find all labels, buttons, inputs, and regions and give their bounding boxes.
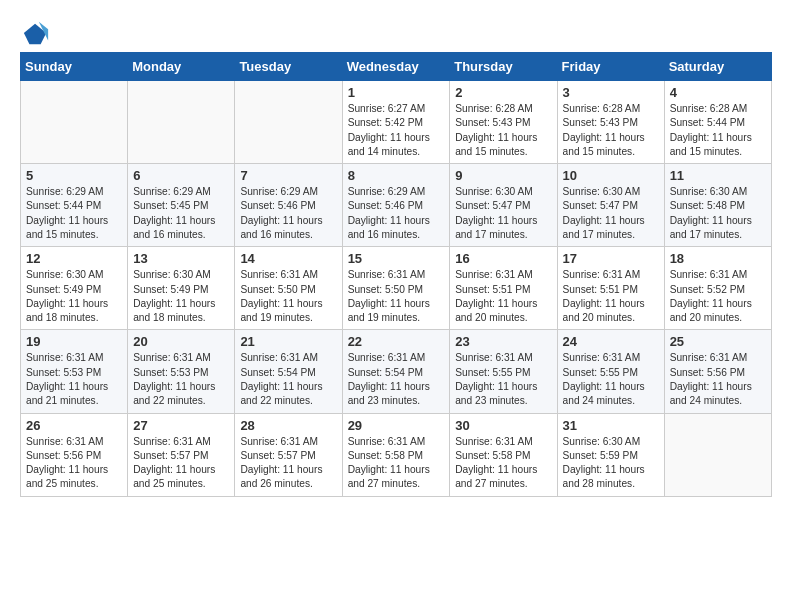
day-number: 4	[670, 85, 766, 100]
day-info: Sunrise: 6:30 AM Sunset: 5:47 PM Dayligh…	[455, 185, 551, 242]
weekday-header-thursday: Thursday	[450, 53, 557, 81]
day-info: Sunrise: 6:28 AM Sunset: 5:44 PM Dayligh…	[670, 102, 766, 159]
day-info: Sunrise: 6:30 AM Sunset: 5:59 PM Dayligh…	[563, 435, 659, 492]
day-info: Sunrise: 6:31 AM Sunset: 5:56 PM Dayligh…	[26, 435, 122, 492]
weekday-header-monday: Monday	[128, 53, 235, 81]
day-info: Sunrise: 6:28 AM Sunset: 5:43 PM Dayligh…	[563, 102, 659, 159]
calendar-cell: 9Sunrise: 6:30 AM Sunset: 5:47 PM Daylig…	[450, 164, 557, 247]
day-info: Sunrise: 6:30 AM Sunset: 5:49 PM Dayligh…	[133, 268, 229, 325]
calendar-cell: 31Sunrise: 6:30 AM Sunset: 5:59 PM Dayli…	[557, 413, 664, 496]
calendar-cell: 12Sunrise: 6:30 AM Sunset: 5:49 PM Dayli…	[21, 247, 128, 330]
day-number: 13	[133, 251, 229, 266]
calendar-cell: 8Sunrise: 6:29 AM Sunset: 5:46 PM Daylig…	[342, 164, 450, 247]
calendar-cell: 19Sunrise: 6:31 AM Sunset: 5:53 PM Dayli…	[21, 330, 128, 413]
calendar-cell: 10Sunrise: 6:30 AM Sunset: 5:47 PM Dayli…	[557, 164, 664, 247]
logo-icon	[22, 20, 50, 48]
weekday-header-friday: Friday	[557, 53, 664, 81]
day-number: 16	[455, 251, 551, 266]
day-number: 31	[563, 418, 659, 433]
day-number: 15	[348, 251, 445, 266]
day-number: 24	[563, 334, 659, 349]
calendar-cell: 13Sunrise: 6:30 AM Sunset: 5:49 PM Dayli…	[128, 247, 235, 330]
calendar-cell: 6Sunrise: 6:29 AM Sunset: 5:45 PM Daylig…	[128, 164, 235, 247]
day-number: 20	[133, 334, 229, 349]
calendar-cell: 28Sunrise: 6:31 AM Sunset: 5:57 PM Dayli…	[235, 413, 342, 496]
day-number: 2	[455, 85, 551, 100]
day-number: 30	[455, 418, 551, 433]
calendar-cell: 17Sunrise: 6:31 AM Sunset: 5:51 PM Dayli…	[557, 247, 664, 330]
day-info: Sunrise: 6:28 AM Sunset: 5:43 PM Dayligh…	[455, 102, 551, 159]
calendar-cell: 29Sunrise: 6:31 AM Sunset: 5:58 PM Dayli…	[342, 413, 450, 496]
calendar-cell: 24Sunrise: 6:31 AM Sunset: 5:55 PM Dayli…	[557, 330, 664, 413]
day-number: 27	[133, 418, 229, 433]
week-row-2: 5Sunrise: 6:29 AM Sunset: 5:44 PM Daylig…	[21, 164, 772, 247]
calendar-cell: 14Sunrise: 6:31 AM Sunset: 5:50 PM Dayli…	[235, 247, 342, 330]
day-info: Sunrise: 6:31 AM Sunset: 5:56 PM Dayligh…	[670, 351, 766, 408]
weekday-header-row: SundayMondayTuesdayWednesdayThursdayFrid…	[21, 53, 772, 81]
day-number: 12	[26, 251, 122, 266]
calendar-cell: 25Sunrise: 6:31 AM Sunset: 5:56 PM Dayli…	[664, 330, 771, 413]
calendar-cell: 1Sunrise: 6:27 AM Sunset: 5:42 PM Daylig…	[342, 81, 450, 164]
day-number: 23	[455, 334, 551, 349]
calendar-cell: 30Sunrise: 6:31 AM Sunset: 5:58 PM Dayli…	[450, 413, 557, 496]
day-number: 9	[455, 168, 551, 183]
calendar-cell: 22Sunrise: 6:31 AM Sunset: 5:54 PM Dayli…	[342, 330, 450, 413]
day-number: 21	[240, 334, 336, 349]
calendar-cell: 5Sunrise: 6:29 AM Sunset: 5:44 PM Daylig…	[21, 164, 128, 247]
day-info: Sunrise: 6:31 AM Sunset: 5:53 PM Dayligh…	[26, 351, 122, 408]
day-number: 29	[348, 418, 445, 433]
day-number: 22	[348, 334, 445, 349]
calendar-cell: 2Sunrise: 6:28 AM Sunset: 5:43 PM Daylig…	[450, 81, 557, 164]
week-row-3: 12Sunrise: 6:30 AM Sunset: 5:49 PM Dayli…	[21, 247, 772, 330]
day-number: 26	[26, 418, 122, 433]
day-number: 18	[670, 251, 766, 266]
calendar-cell: 23Sunrise: 6:31 AM Sunset: 5:55 PM Dayli…	[450, 330, 557, 413]
day-number: 10	[563, 168, 659, 183]
day-number: 3	[563, 85, 659, 100]
day-number: 6	[133, 168, 229, 183]
day-info: Sunrise: 6:31 AM Sunset: 5:50 PM Dayligh…	[348, 268, 445, 325]
day-info: Sunrise: 6:31 AM Sunset: 5:58 PM Dayligh…	[455, 435, 551, 492]
calendar-cell	[21, 81, 128, 164]
day-info: Sunrise: 6:31 AM Sunset: 5:51 PM Dayligh…	[455, 268, 551, 325]
week-row-1: 1Sunrise: 6:27 AM Sunset: 5:42 PM Daylig…	[21, 81, 772, 164]
weekday-header-sunday: Sunday	[21, 53, 128, 81]
day-number: 28	[240, 418, 336, 433]
day-info: Sunrise: 6:31 AM Sunset: 5:54 PM Dayligh…	[348, 351, 445, 408]
week-row-5: 26Sunrise: 6:31 AM Sunset: 5:56 PM Dayli…	[21, 413, 772, 496]
calendar-cell	[128, 81, 235, 164]
day-info: Sunrise: 6:31 AM Sunset: 5:57 PM Dayligh…	[133, 435, 229, 492]
day-info: Sunrise: 6:31 AM Sunset: 5:58 PM Dayligh…	[348, 435, 445, 492]
day-info: Sunrise: 6:29 AM Sunset: 5:46 PM Dayligh…	[348, 185, 445, 242]
calendar-cell: 7Sunrise: 6:29 AM Sunset: 5:46 PM Daylig…	[235, 164, 342, 247]
calendar-cell: 26Sunrise: 6:31 AM Sunset: 5:56 PM Dayli…	[21, 413, 128, 496]
calendar-cell: 16Sunrise: 6:31 AM Sunset: 5:51 PM Dayli…	[450, 247, 557, 330]
day-info: Sunrise: 6:29 AM Sunset: 5:44 PM Dayligh…	[26, 185, 122, 242]
day-info: Sunrise: 6:31 AM Sunset: 5:50 PM Dayligh…	[240, 268, 336, 325]
day-info: Sunrise: 6:31 AM Sunset: 5:54 PM Dayligh…	[240, 351, 336, 408]
day-number: 25	[670, 334, 766, 349]
day-info: Sunrise: 6:31 AM Sunset: 5:53 PM Dayligh…	[133, 351, 229, 408]
day-number: 11	[670, 168, 766, 183]
logo	[20, 20, 50, 42]
calendar-cell: 3Sunrise: 6:28 AM Sunset: 5:43 PM Daylig…	[557, 81, 664, 164]
logo-text-block	[20, 20, 50, 42]
weekday-header-wednesday: Wednesday	[342, 53, 450, 81]
day-number: 14	[240, 251, 336, 266]
day-info: Sunrise: 6:30 AM Sunset: 5:48 PM Dayligh…	[670, 185, 766, 242]
day-number: 5	[26, 168, 122, 183]
day-info: Sunrise: 6:31 AM Sunset: 5:55 PM Dayligh…	[563, 351, 659, 408]
day-info: Sunrise: 6:31 AM Sunset: 5:52 PM Dayligh…	[670, 268, 766, 325]
calendar-cell: 21Sunrise: 6:31 AM Sunset: 5:54 PM Dayli…	[235, 330, 342, 413]
calendar-cell: 4Sunrise: 6:28 AM Sunset: 5:44 PM Daylig…	[664, 81, 771, 164]
calendar-cell	[664, 413, 771, 496]
header	[20, 20, 772, 42]
day-number: 17	[563, 251, 659, 266]
calendar-table: SundayMondayTuesdayWednesdayThursdayFrid…	[20, 52, 772, 497]
day-info: Sunrise: 6:29 AM Sunset: 5:46 PM Dayligh…	[240, 185, 336, 242]
calendar-cell: 11Sunrise: 6:30 AM Sunset: 5:48 PM Dayli…	[664, 164, 771, 247]
day-info: Sunrise: 6:27 AM Sunset: 5:42 PM Dayligh…	[348, 102, 445, 159]
weekday-header-saturday: Saturday	[664, 53, 771, 81]
day-info: Sunrise: 6:30 AM Sunset: 5:49 PM Dayligh…	[26, 268, 122, 325]
day-number: 1	[348, 85, 445, 100]
